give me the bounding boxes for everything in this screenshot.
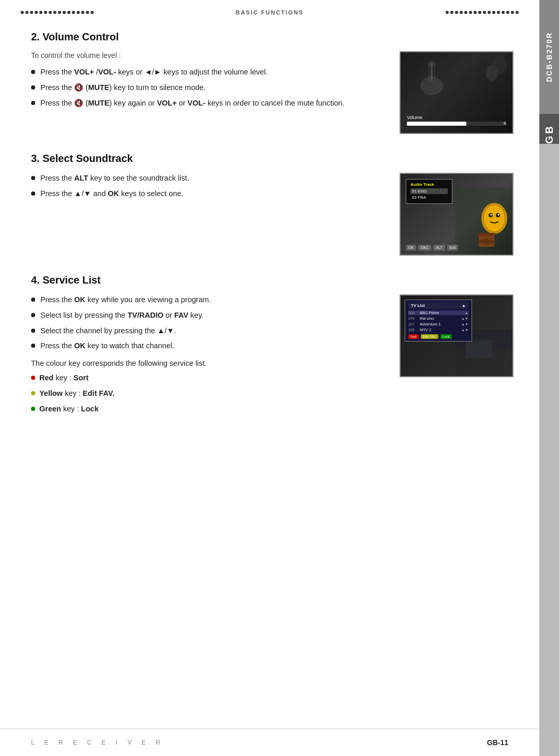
soundtrack-screen-image: Audio Track 01 ENG 02 FRA OK OKC ALT Exi… (400, 173, 513, 256)
sidebar-model-label: DCB-B270R (539, 0, 559, 114)
bullet-icon (31, 101, 35, 105)
list-item: Press the 🔇 (MUTE) key to turn to silenc… (31, 82, 384, 94)
list-item: Red key : Sort (31, 373, 384, 384)
sort-button: Sort (408, 334, 419, 339)
list-item: Press the ▲/▼ and OK keys to select one. (31, 188, 384, 200)
exit-button: Exit (447, 245, 459, 250)
svg-point-10 (484, 205, 505, 231)
volume-number: 6 (504, 121, 506, 126)
header-dots-right (313, 11, 519, 14)
color-key-list: Red key : Sort Yellow key : Edit FAV. Gr… (31, 373, 384, 414)
bullet-icon (31, 329, 35, 333)
volume-screen-image: Volume 6 (400, 51, 513, 134)
header-dots-left (21, 11, 226, 14)
volume-bullet-list: Press the VOL+ /VOL- keys or ◄/► keys to… (31, 67, 384, 109)
red-bullet (31, 376, 35, 380)
svg-point-13 (491, 214, 492, 216)
svg-rect-16 (478, 233, 495, 236)
yellow-bullet (31, 391, 35, 395)
okc-button: OKC (418, 245, 431, 250)
section-volume-title: 2. Volume Control (31, 31, 513, 43)
volume-subtitle: To control the volume level : (31, 51, 384, 60)
model-name: DCB-B270R (545, 32, 553, 82)
section-soundtrack-text: Press the ALT key to see the soundtrack … (31, 173, 384, 204)
bullet-icon (31, 298, 35, 302)
section-select-soundtrack: 3. Select Soundtrack Press the ALT key t… (31, 153, 513, 256)
bullet-icon (31, 191, 35, 196)
edit-fav-button: Edit FAV. (421, 334, 438, 339)
list-item: Select the channel by pressing the ▲/▼. (31, 325, 384, 337)
soundtrack-bullet-list: Press the ALT key to see the soundtrack … (31, 173, 384, 200)
service-list-row: 107 Adventure 1 ▲▼ (408, 322, 468, 327)
svg-point-17 (479, 239, 494, 244)
service-list-overlay: TV List ▲ 000 BBC Prime ▲ 074 Rai Uno (405, 300, 472, 342)
footer-page-number: GB-11 (487, 738, 508, 747)
cartoon-icon (455, 187, 512, 255)
header-title: BASIC FUNCTIONS (226, 9, 313, 16)
svg-rect-20 (466, 340, 492, 358)
sidebar-bottom (539, 144, 559, 756)
bullet-icon (31, 70, 35, 74)
section-service-row: Press the OK key while you are viewing a… (31, 294, 513, 419)
bullet-icon (31, 313, 35, 317)
list-item: Press the VOL+ /VOL- keys or ◄/► keys to… (31, 67, 384, 78)
hands-icon (474, 55, 510, 86)
list-item: Press the OK key to watch that channel. (31, 340, 384, 352)
section-soundtrack-row: Press the ALT key to see the soundtrack … (31, 173, 513, 256)
service-tv-screen: TV List ▲ 000 BBC Prime ▲ 074 Rai Uno (400, 294, 513, 377)
service-list-row: 074 Rai Uno ▲▼ (408, 316, 468, 321)
sidebar-tab: DCB-B270R GB (539, 0, 559, 756)
list-item: Yellow key : Edit FAV. (31, 388, 384, 399)
audio-track-item: 01 ENG (410, 188, 448, 194)
service-list-buttons: Sort Edit FAV. Lock (408, 334, 468, 339)
green-bullet (31, 407, 35, 411)
section-service-list: 4. Service List Press the OK key while y… (31, 274, 513, 419)
guitar-icon (411, 57, 452, 99)
volume-bar: Volume 6 (407, 115, 506, 126)
svg-point-7 (486, 65, 498, 81)
main-content: BASIC FUNCTIONS 2. Volume Control To con… (0, 0, 539, 756)
service-list-row: 335 MTV 2 ▲▼ (408, 328, 468, 332)
section-volume-text: To control the volume level : Press the … (31, 51, 384, 113)
list-item: Press the OK key while you are viewing a… (31, 294, 384, 306)
section-volume-control: 2. Volume Control To control the volume … (31, 31, 513, 134)
volume-bar-bg: 6 (407, 122, 506, 126)
bullet-icon (31, 176, 35, 180)
bullet-icon (31, 344, 35, 348)
page-footer: L E R E C E I V E R GB-11 (0, 729, 539, 756)
audio-track-buttons: OK OKC ALT Exit (406, 245, 458, 250)
audio-track-title: Audio Track (410, 182, 448, 187)
list-item: Green key : Lock (31, 404, 384, 415)
service-screen-image: TV List ▲ 000 BBC Prime ▲ 074 Rai Uno (400, 294, 513, 377)
audio-track-overlay: Audio Track 01 ENG 02 FRA (406, 179, 452, 204)
list-item: Press the ALT key to see the soundtrack … (31, 173, 384, 184)
service-bullet-list: Press the OK key while you are viewing a… (31, 294, 384, 352)
section-volume-row: To control the volume level : Press the … (31, 51, 513, 134)
volume-tv-screen: Volume 6 (400, 51, 513, 134)
list-item: Press the 🔇 (MUTE) key again or VOL+ or … (31, 98, 384, 109)
bullet-icon (31, 85, 35, 90)
section-soundtrack-title: 3. Select Soundtrack (31, 153, 513, 165)
section-service-text: Press the OK key while you are viewing a… (31, 294, 384, 419)
lock-button: Lock (440, 334, 452, 339)
footer-brand: L E R E C E I V E R (31, 739, 165, 746)
list-item: Select list by pressing the TV/RADIO or … (31, 310, 384, 321)
soundtrack-tv-screen: Audio Track 01 ENG 02 FRA OK OKC ALT Exi… (400, 173, 513, 256)
audio-track-item: 02 FRA (410, 195, 448, 200)
volume-label: Volume (407, 115, 506, 120)
page-header: BASIC FUNCTIONS (0, 0, 539, 21)
volume-bar-fill (407, 122, 466, 126)
alt-button: ALT (433, 245, 445, 250)
section-service-title: 4. Service List (31, 274, 513, 286)
svg-point-14 (498, 214, 499, 216)
ok-button: OK (406, 245, 416, 250)
service-list-row: 000 BBC Prime ▲ (408, 310, 468, 315)
service-list-title: TV List ▲ (408, 302, 468, 309)
color-note: The colour key corresponds the following… (31, 359, 384, 367)
gb-label: GB (543, 124, 555, 144)
page-body: 2. Volume Control To control the volume … (0, 21, 539, 729)
